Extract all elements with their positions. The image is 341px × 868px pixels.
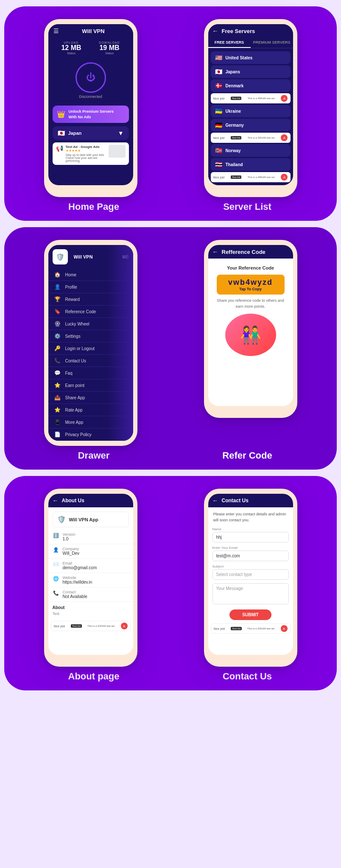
about-app-name: Will VPN App [69,517,98,522]
server-item-dk[interactable]: 🇩🇰 Denmark [211,79,291,92]
menu-reward: Reward [65,297,80,302]
contact-info-label: Contact [63,590,87,594]
download-stat: DOWNLOAD 19 MB Status [99,41,120,55]
upload-stat: UPLOAD 12 MB Status [61,41,81,55]
server-list-screen: ← Free Servers FREE SERVERS PREMIUM SERV… [208,24,293,185]
server-item-th[interactable]: 🇹🇭 Thailand [211,158,291,171]
ad-small-text-2: This is a 320x50 test ad. [247,136,275,139]
menu-privacy: Privacy Policy [65,432,92,437]
home-ad-banner: 📢 Test Ad : Google Ads ★★★★★ Stay up to … [53,142,129,165]
phone-server-list: ← Free Servers FREE SERVERS PREMIUM SERV… [204,19,297,197]
flag-dk: 🇩🇰 [215,82,222,89]
message-wrap: Your Message [208,581,293,606]
home-icon: 🏠 [54,272,61,278]
about-ad-banner: Nice job! Test Ad This is a 320x50 test … [51,621,131,631]
refer-content: Your Reference Code vwb4wyzd Tap To Copy… [208,259,293,363]
about-back-icon[interactable]: ← [53,497,59,504]
phone-about: ← About Us 🛡️ Will VPN App ℹ️ Version 1.… [44,489,137,667]
email-icon: ✉️ [53,562,59,567]
contact-type-select[interactable]: Select contact type [212,569,289,580]
menu-earn: Earn point [65,383,85,388]
country-de: Germany [226,123,244,128]
email-field-wrap: Enter Your Email test@m.com [208,544,293,563]
about-website-text: Website https://willdev.in [63,576,92,584]
phone-icon: 📞 [53,590,59,596]
server-item-de[interactable]: 🇩🇪 Germany [211,119,291,131]
about-title: About Us [62,498,84,504]
label-drawer: Drawer [17,450,170,461]
server-item-us[interactable]: 🇺🇸 United States [211,51,291,64]
phone-contact: ← Contact Us Please enter you contact de… [204,489,297,667]
refer-code-value: vwb4wyzd [223,278,279,287]
contact-icon: 📞 [54,358,61,364]
contact-ad-test-label: Test Ad [231,627,242,630]
crown-icon: 👑 [57,110,65,118]
ad-stars: ★★★★★ [66,149,106,153]
server-list: 🇺🇸 United States 🇯🇵 Japans 🇩🇰 Denmark Ni… [208,48,293,185]
section-drawer-refer: 🛡️ Will VPN MB 🏠 Home 👤 Profile 🏆 [4,227,337,470]
about-contact: 📞 Contact Not Available [48,587,133,602]
refer-people-illus: 👫 [225,314,276,356]
label-about-page: About page [17,671,170,682]
menu-more: More App [65,420,84,425]
about-screen: ← About Us 🛡️ Will VPN App ℹ️ Version 1.… [48,494,133,655]
contact-header: ← Contact Us [208,494,293,507]
contact-back-icon[interactable]: ← [212,497,218,504]
settings-icon: ⚙️ [54,333,61,339]
about-vpn-icon: 🛡️ [57,515,66,523]
message-textarea[interactable]: Your Message [212,583,289,604]
refer-back-icon[interactable]: ← [212,248,218,255]
menu-settings: Settings [65,334,81,339]
ad-desc: Stay up to date with your Ads Check how … [66,153,106,162]
upload-label: UPLOAD [61,41,81,44]
server-item-no[interactable]: 🇳🇴 Norway [211,144,291,157]
country-jp: Japans [226,70,240,74]
flag-no: 🇳🇴 [215,147,222,154]
submit-button[interactable]: SUBMIT [229,609,271,620]
refer-header: ← Refference Code [208,245,293,259]
privacy-icon: 📄 [54,431,61,437]
premium-text: Unlock Premium Servers With No Ads [69,109,114,120]
contact-ad-nice: Nice job! [214,627,225,630]
ad-test-label-1: Test Ad [231,97,242,100]
server-selector[interactable]: 🇯🇵 Japan ▼ [53,126,129,140]
section-labels-2: Drawer Refer Code [13,450,328,461]
contact-info-value: Not Available [63,594,87,599]
name-field-label: Name [212,527,289,531]
website-label: Website [63,576,92,580]
connection-status: Disconnected [79,95,102,99]
hamburger-icon[interactable]: ☰ [53,28,59,34]
country-dk: Denmark [226,83,244,88]
lucky-wheel-icon: 🎡 [54,321,61,327]
email-value: demo@gmail.com [63,565,97,570]
refer-code-box[interactable]: vwb4wyzd Tap To Copy [217,275,285,295]
tab-premium-servers[interactable]: PREMIUM SERVERS [251,38,293,48]
tab-free-servers[interactable]: FREE SERVERS [208,38,251,48]
ad-nice-1: Nice job! [213,97,225,100]
contact-desc: Please enter you contact details and adm… [208,507,293,526]
name-field-value: hhj [212,532,289,542]
info-circle-icon: ℹ️ [53,533,59,538]
contact-ad-logo: A [281,625,288,632]
about-company: 👤 Company Will_Dev [48,544,133,559]
ad-logo-3: A [281,174,288,181]
download-sub: Status [99,52,120,55]
power-button[interactable]: ⏻ [75,62,106,93]
refer-title: Refference Code [222,249,266,255]
label-home-page: Home Page [17,201,170,212]
premium-banner[interactable]: 👑 Unlock Premium Servers With No Ads [53,106,129,123]
section-about-contact: ← About Us 🛡️ Will VPN App ℹ️ Version 1.… [4,476,337,690]
server-item-jp[interactable]: 🇯🇵 Japans [211,65,291,78]
menu-login: Login or Logout [65,346,95,351]
refer-subtitle: Your Reference Code [214,265,287,270]
version-value: 1.0 [63,537,75,541]
label-server-list: Server List [170,201,324,212]
company-icon: 👤 [53,547,59,553]
refer-tap-label: Tap To Copy [223,287,279,291]
ad-chart [109,145,126,158]
phones-row-2: 🛡️ Will VPN MB 🏠 Home 👤 Profile 🏆 [13,240,328,446]
server-item-ua[interactable]: 🇺🇦 Ukraine [211,105,291,117]
back-arrow-icon[interactable]: ← [212,28,218,34]
about-contact-text: Contact Not Available [63,590,87,599]
contact-title: Contact Us [222,498,249,504]
